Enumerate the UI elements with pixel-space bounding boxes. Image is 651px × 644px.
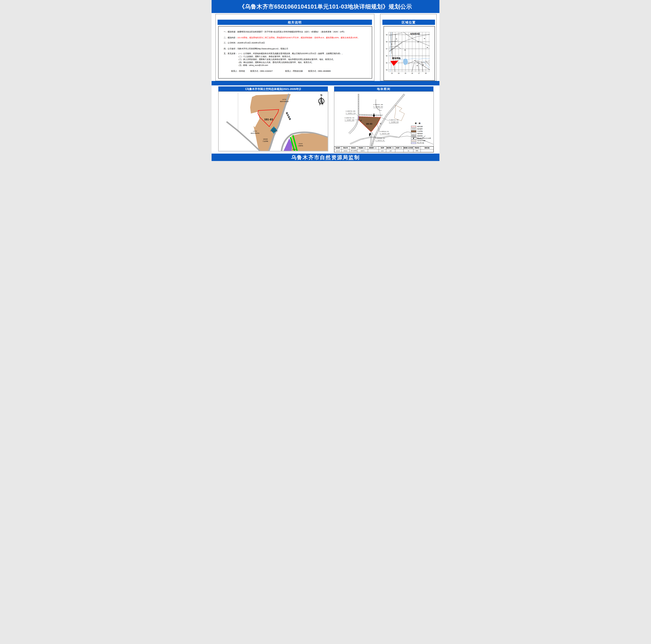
coord-y: Y= 523737.238 xyxy=(380,133,390,135)
legend: 图 例 规划范围 101-03 地块编号 工业用地 现状铁路 道路用地 xyxy=(411,122,433,144)
legend-item-parcel-number: 101-03 地块编号 xyxy=(411,128,433,130)
svg-text:28: 28 xyxy=(425,72,427,74)
note-item-channel: 四、公示途径： 乌鲁木齐市人民政府网(http://www.wlmq.gov.c… xyxy=(224,47,367,50)
water-body xyxy=(403,59,408,65)
notes-panel-header: 相关说明 xyxy=(218,20,372,25)
legend-item-vehicle-entrance: 建议机动车出入口位置 xyxy=(411,137,433,139)
svg-text:59: 59 xyxy=(386,34,388,35)
svg-text:城镇村道路用地: 城镇村道路用地 xyxy=(250,132,259,134)
road-land-icon xyxy=(411,135,416,137)
svg-text:公用设施用地: 公用设施用地 xyxy=(270,130,278,132)
planned-site-polygon xyxy=(390,61,398,66)
svg-text:57: 57 xyxy=(386,48,388,50)
col-header: 建筑面积（㎡） xyxy=(368,147,379,150)
coord-x: X=4855749.725 xyxy=(345,117,354,119)
river-lines xyxy=(390,32,430,72)
region-map: 头屯河片区 规划用地 59 58 57 56 55 54 23 24 25 26… xyxy=(384,26,434,80)
svg-text:55: 55 xyxy=(386,62,388,64)
legend-item-road-land: 道路用地 xyxy=(411,135,433,137)
svg-text:110100: 110100 xyxy=(292,149,296,150)
svg-text:工业用地: 工业用地 xyxy=(262,140,268,142)
plot-panel-header: 地块图则 xyxy=(334,87,433,91)
note-label: 五、意见反馈： xyxy=(224,52,237,67)
vehicle-entrance-arrow xyxy=(373,114,375,117)
coord-x: X=4855764.666 xyxy=(346,110,355,112)
svg-text:27: 27 xyxy=(418,72,420,74)
note-text: 2026年3月19日-2026年4月18日 xyxy=(237,41,367,44)
coord-callout: X=4855757.405 Y= 523992.324 xyxy=(373,104,383,108)
vehicle-entrance-icon xyxy=(411,137,416,139)
cell-max-height: 55 xyxy=(403,150,413,152)
axis-labels: 59 58 57 56 55 54 23 24 25 26 27 28 xyxy=(386,34,427,74)
svg-text:58: 58 xyxy=(386,41,388,42)
industrial-land-icon xyxy=(411,130,416,132)
contact-phone-1: 联系方式：0991-4184327 xyxy=(250,70,273,72)
note-text: 新疆维吾尔自治区自然资源厅《关于印发<自治区国土空间详细规划管理办法（试行）>的… xyxy=(237,30,367,33)
legend-title: 图 例 xyxy=(415,122,433,125)
coord-x: X=4855757.405 xyxy=(373,104,383,106)
coord-y: Y= 523717.53 xyxy=(375,139,385,141)
coord-x: X=4855214.02 xyxy=(380,131,390,133)
parcel-number-label: 101-03 xyxy=(264,118,273,121)
note-item-content: 二、规划内容： 101-03用地，规划用地性质为二类工业用地，用地面积约3240… xyxy=(224,36,367,39)
footer-band: 乌鲁木齐市自然资源局监制 xyxy=(212,154,439,161)
allowed-design-range-icon xyxy=(411,140,416,141)
parcel-indicator-table: 地块编号 用地代码 用地性质 用地面积（㎡） 建筑面积（㎡） 容积率 建筑系数（… xyxy=(334,146,434,152)
section-divider xyxy=(212,81,439,85)
svg-text:城镇村道路用地: 城镇村道路用地 xyxy=(280,101,289,102)
note-item-basis: 一、规划依据： 新疆维吾尔自治区自然资源厅《关于印发<自治区国土空间详细规划管理… xyxy=(224,30,367,33)
svg-text:23: 23 xyxy=(391,72,393,74)
feedback-line: （四）单位反馈的，需附单位法人代表、委托代理人的身份证复印件、地址、联系方式。 xyxy=(237,61,367,64)
master-plan-map: 101-03 规划道路 120700 城镇村道路用地 130000 公用设施用地… xyxy=(218,92,328,151)
col-header: 配套设施 xyxy=(421,147,434,150)
col-header: 地块编号 xyxy=(334,147,342,150)
plot-map-frame: 101-03 10 10 X=48557 xyxy=(334,91,434,147)
note-text: 乌鲁木齐市人民政府网(http://www.wlmq.gov.cn)，现场公示 xyxy=(237,47,367,50)
coord-y: Y= 524000.839 xyxy=(389,121,399,123)
region-panel: 区域位置 xyxy=(380,14,437,81)
col-header: 用地性质 xyxy=(349,147,357,150)
feedback-line: （三）多人共同反馈的，需附每个反馈人的身份证复印件、地址和委托代理人的身份证复印… xyxy=(237,58,367,61)
page-title: 《乌鲁木齐市6501060104101单元101-03地块详细规划》规划公示 xyxy=(212,0,439,13)
cell-land-code: 100102 xyxy=(342,150,349,152)
coord-y: Y= 523072.744 xyxy=(346,112,355,115)
legend-item-allowed-design-range: 允许设计范围 xyxy=(411,140,433,142)
contacts-line: 联系人：孙伟龙联系方式：0991-4184327联系人：阿热孜古丽联系方式：09… xyxy=(224,70,367,72)
coord-callout: X=4855214.02 Y= 523737.238 xyxy=(380,131,390,135)
cell-parcel-no: 101-03 xyxy=(334,150,342,152)
contact-name-2: 联系人：阿热孜古丽 xyxy=(285,70,303,72)
col-header: 绿地率（%） xyxy=(395,147,403,150)
parcel-number-icon: 101-03 xyxy=(411,128,416,130)
note-text-red: 101-03用地，规划用地性质为二类工业用地，用地面积约324071平方米，规划… xyxy=(237,36,367,39)
legend-item-planning-range: 规划范围 xyxy=(411,126,433,128)
coord-x: X=4855743.761 xyxy=(389,119,399,121)
col-header: 建筑最大主体高度（m） xyxy=(403,147,413,150)
cell-supporting-facilities xyxy=(421,150,434,152)
coord-callout: X=4855749.725 Y= 523057.685 xyxy=(345,117,354,121)
svg-text:120700: 120700 xyxy=(282,99,286,100)
feedback-line: （一）公示期间，对该地块规划有任何意见或建议需书面反馈，截止日期为2025年12… xyxy=(237,52,367,55)
planning-range-icon xyxy=(411,126,416,128)
col-header: 容积率 xyxy=(379,147,386,150)
note-label: 二、规划内容： xyxy=(224,36,237,39)
svg-text:100100: 100100 xyxy=(263,138,268,140)
cell-plot-ratio: ≥0.6 xyxy=(379,150,386,152)
coord-x: X=4855208.164 xyxy=(375,137,385,139)
planning-notice-page: 《乌鲁木齐市6501060104101单元101-03地块详细规划》规划公示 相… xyxy=(212,0,439,161)
svg-text:54: 54 xyxy=(386,69,388,71)
no-access-line-icon xyxy=(411,142,416,144)
district-label: 头屯河片区 xyxy=(410,33,420,35)
parcel-number-label: 101-03 xyxy=(366,123,372,125)
compass-n-label: N xyxy=(320,94,322,96)
site-label: 规划用地 xyxy=(392,57,401,59)
table-header-row: 地块编号 用地代码 用地性质 用地面积（㎡） 建筑面积（㎡） 容积率 建筑系数（… xyxy=(334,147,434,150)
cell-land-area: 324071 xyxy=(357,150,368,152)
contact-name-1: 联系人：孙伟龙 xyxy=(231,70,245,72)
coord-y: Y= 523057.685 xyxy=(345,119,354,121)
coord-callout: X=4855743.761 Y= 524000.839 xyxy=(389,119,399,123)
master-plan-map-frame: 101-03 规划道路 120700 城镇村道路用地 130000 公用设施用地… xyxy=(218,91,328,151)
svg-text:26: 26 xyxy=(411,72,413,74)
cell-green-ratio xyxy=(395,150,403,152)
svg-text:24: 24 xyxy=(398,72,399,74)
svg-text:公园绿地: 公园绿地 xyxy=(298,145,303,147)
